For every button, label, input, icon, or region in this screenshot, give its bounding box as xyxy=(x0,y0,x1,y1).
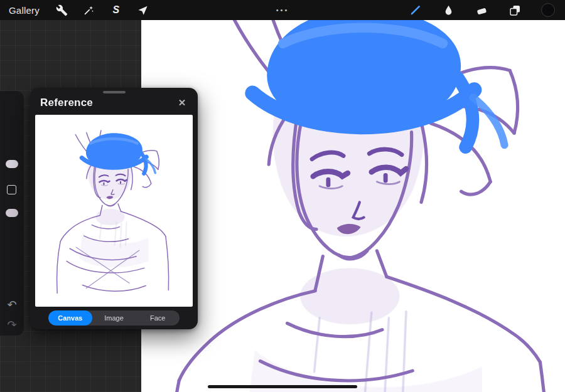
tab-canvas[interactable]: Canvas xyxy=(48,310,92,326)
top-toolbar: Gallery S ••• xyxy=(0,0,565,20)
transform-arrow-icon xyxy=(137,4,149,16)
reference-panel: Reference ✕ Canvas Image Face xyxy=(30,88,198,329)
transform-button[interactable] xyxy=(134,1,152,19)
layers-icon xyxy=(508,4,522,17)
paint-brush-icon xyxy=(409,4,422,17)
gallery-button[interactable]: Gallery xyxy=(9,5,40,16)
close-icon[interactable]: ✕ xyxy=(175,96,189,110)
wrench-icon xyxy=(56,4,68,16)
side-control-bar: ↶ ↷ xyxy=(0,91,24,336)
drawing-canvas[interactable] xyxy=(141,20,565,392)
color-button[interactable] xyxy=(537,1,559,19)
smudge-icon xyxy=(442,4,455,17)
canvas-artwork xyxy=(141,20,565,392)
selection-s-icon: S xyxy=(113,5,120,15)
adjustments-button[interactable] xyxy=(80,1,98,19)
reference-artwork xyxy=(35,115,193,307)
brush-size-slider[interactable] xyxy=(6,160,18,168)
actions-button[interactable] xyxy=(53,1,71,19)
procreate-app-screen: Gallery S ••• xyxy=(0,0,565,392)
toolbar-right-group xyxy=(404,0,562,20)
undo-button[interactable]: ↶ xyxy=(0,297,24,313)
brush-button[interactable] xyxy=(404,1,426,19)
reference-canvas-preview[interactable] xyxy=(35,115,193,307)
selection-button[interactable]: S xyxy=(107,1,125,19)
home-indicator[interactable] xyxy=(208,385,357,388)
redo-button[interactable]: ↷ xyxy=(0,317,24,333)
tab-image[interactable]: Image xyxy=(92,310,136,326)
panel-drag-handle[interactable] xyxy=(103,91,126,93)
modify-button[interactable] xyxy=(7,185,16,194)
eraser-icon xyxy=(475,4,488,17)
reference-tab-bar: Canvas Image Face xyxy=(48,310,180,326)
active-color-swatch xyxy=(541,3,555,17)
toolbar-left-group: Gallery S xyxy=(0,0,161,20)
layers-button[interactable] xyxy=(504,1,525,19)
reference-title: Reference xyxy=(40,97,93,109)
tab-face[interactable]: Face xyxy=(136,310,180,326)
canvas-options-button[interactable]: ••• xyxy=(276,0,289,20)
opacity-slider[interactable] xyxy=(6,209,18,217)
magic-wand-icon xyxy=(83,4,95,16)
eraser-button[interactable] xyxy=(471,1,492,19)
smudge-button[interactable] xyxy=(438,1,459,19)
